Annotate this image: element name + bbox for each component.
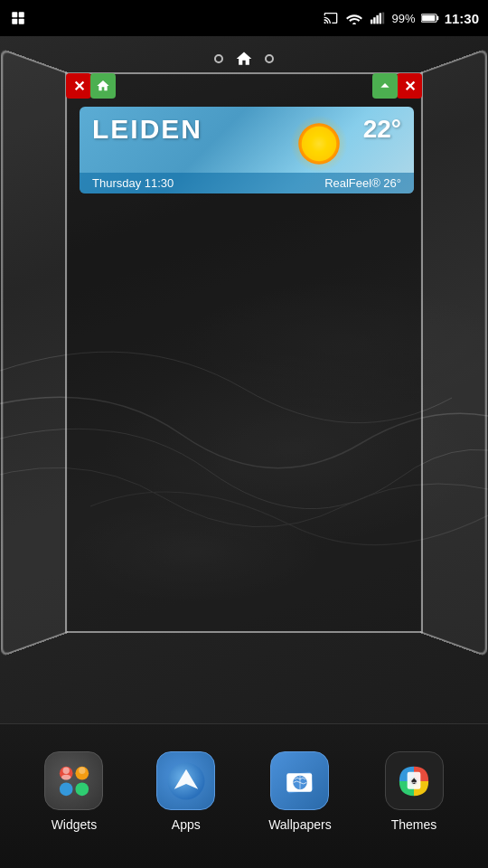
cast-icon (322, 9, 340, 27)
widgets-label: Widgets (52, 817, 98, 832)
apps-icon-svg (166, 761, 206, 801)
svg-point-21 (61, 774, 70, 779)
svg-rect-2 (12, 19, 17, 24)
battery-icon (421, 9, 439, 27)
panel-remove-right-button[interactable]: ✕ (397, 73, 422, 99)
dock-item-themes[interactable]: ♠ Themes (385, 751, 444, 832)
weather-city: LEIDEN (92, 114, 202, 145)
bottom-dock: Widgets Apps (0, 723, 488, 868)
svg-point-19 (75, 782, 89, 796)
weather-bottom: Thursday 11:30 RealFeel® 26° (80, 173, 414, 193)
sun-icon (287, 112, 351, 175)
apps-icon (156, 751, 215, 810)
wifi-icon (345, 9, 363, 27)
themes-icon: ♠ (385, 751, 444, 810)
side-panel-right (420, 48, 487, 656)
svg-rect-12 (422, 15, 435, 21)
side-panel-left (1, 48, 68, 656)
page-dot-right[interactable] (265, 54, 274, 63)
svg-point-4 (352, 23, 356, 24)
status-bar: 99% 11:30 (0, 0, 488, 36)
dock-item-widgets[interactable]: Widgets (44, 751, 103, 832)
wallpapers-icon (270, 751, 329, 810)
weather-widget[interactable]: LEIDEN (80, 107, 414, 193)
wallpapers-icon-svg (280, 761, 320, 801)
svg-text:♠: ♠ (411, 773, 417, 785)
main-area: ✕ ✕ LEIDEN (0, 36, 488, 723)
weather-realfeel: RealFeel® 26° (324, 176, 401, 190)
themes-label: Themes (391, 817, 437, 832)
svg-rect-8 (379, 13, 380, 24)
center-panel: ✕ ✕ LEIDEN (65, 72, 423, 633)
widgets-icon (44, 751, 103, 810)
svg-rect-7 (376, 15, 378, 24)
page-dots (214, 49, 274, 69)
themes-icon-svg: ♠ (394, 761, 434, 801)
status-left-icons (9, 9, 27, 27)
panel-home-left-button[interactable] (90, 73, 116, 99)
widgets-icon-svg (54, 761, 94, 801)
svg-rect-1 (19, 12, 24, 17)
svg-rect-9 (381, 13, 383, 24)
panel-remove-left-button[interactable]: ✕ (66, 73, 91, 99)
svg-rect-11 (436, 16, 438, 20)
svg-rect-6 (373, 17, 375, 24)
svg-point-22 (79, 767, 85, 773)
svg-rect-0 (12, 12, 17, 17)
weather-widget-bg: LEIDEN (80, 107, 414, 193)
dock-item-wallpapers[interactable]: Wallpapers (268, 751, 332, 832)
svg-point-20 (62, 767, 69, 773)
svg-rect-3 (19, 19, 24, 24)
home-dot[interactable] (234, 49, 254, 69)
wallpapers-label: Wallpapers (268, 817, 332, 832)
weather-temperature: 22° (363, 115, 401, 144)
weather-date: Thursday 11:30 (92, 176, 174, 190)
svg-point-15 (302, 127, 337, 162)
dock-item-apps[interactable]: Apps (156, 751, 215, 832)
time-display: 11:30 (445, 11, 479, 26)
notification-icon (9, 9, 27, 27)
apps-label: Apps (172, 817, 201, 832)
status-right-icons: 99% 11:30 (322, 9, 479, 27)
battery-percentage: 99% (392, 12, 416, 25)
weather-top: LEIDEN (92, 114, 401, 145)
panel-arrow-right-button[interactable] (372, 73, 398, 99)
page-dot-left[interactable] (214, 54, 223, 63)
signal-icon (369, 9, 387, 27)
svg-rect-5 (371, 20, 372, 24)
svg-point-18 (60, 782, 73, 796)
